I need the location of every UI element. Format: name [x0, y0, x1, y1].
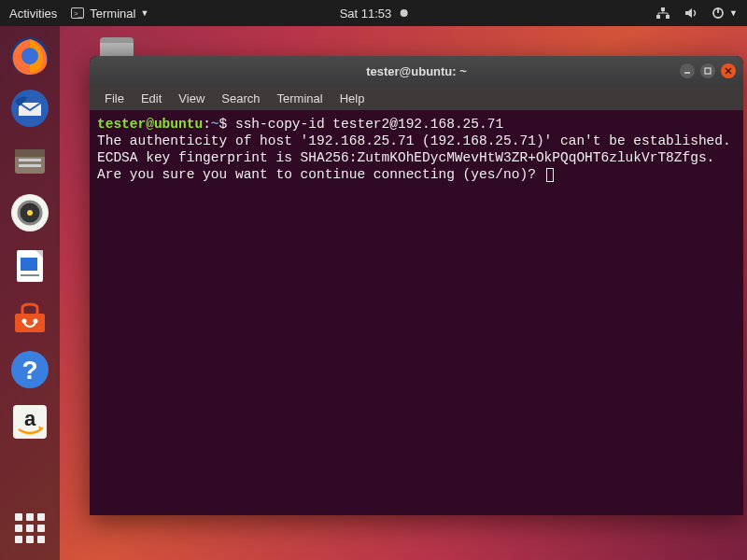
current-app-menu[interactable]: >_ Terminal ▼ — [70, 7, 148, 21]
terminal-content[interactable]: tester@ubuntu:~$ ssh-copy-id tester2@192… — [90, 110, 743, 515]
svg-rect-13 — [19, 159, 41, 161]
svg-text:a: a — [24, 407, 36, 430]
prompt-user-host: tester@ubuntu — [97, 117, 203, 132]
dock-files[interactable] — [7, 138, 52, 183]
dropdown-arrow-icon: ▼ — [140, 8, 148, 18]
svg-rect-5 — [666, 15, 669, 19]
command-text: ssh-copy-id tester2@192.168.25.71 — [235, 117, 503, 132]
launcher-dock: ? a — [0, 26, 60, 560]
svg-rect-20 — [21, 274, 39, 276]
minimize-button[interactable] — [680, 63, 695, 78]
terminal-menubar: File Edit View Search Terminal Help — [90, 86, 743, 110]
svg-point-17 — [27, 210, 33, 216]
menu-edit[interactable]: Edit — [134, 89, 169, 108]
dock-thunderbird[interactable] — [7, 86, 52, 131]
window-titlebar[interactable]: tester@ubuntu: ~ — [90, 56, 743, 86]
output-line: The authenticity of host '192.168.25.71 … — [97, 133, 731, 148]
prompt-path: ~ — [211, 117, 219, 132]
dock-help[interactable]: ? — [7, 347, 52, 392]
svg-rect-14 — [19, 164, 41, 167]
current-app-label: Terminal — [90, 7, 135, 21]
svg-rect-12 — [15, 149, 45, 157]
svg-rect-19 — [21, 258, 37, 271]
window-title: tester@ubuntu: ~ — [366, 64, 467, 78]
output-line: ECDSA key fingerprint is SHA256:ZutmKOhE… — [97, 150, 714, 165]
svg-rect-21 — [15, 314, 45, 332]
svg-text:>_: >_ — [74, 9, 83, 18]
dock-libreoffice-writer[interactable] — [7, 243, 52, 287]
prompt-symbol: $ — [219, 117, 228, 132]
svg-text:?: ? — [21, 356, 37, 385]
dock-ubuntu-software[interactable] — [7, 295, 52, 340]
dock-amazon[interactable]: a — [7, 399, 52, 444]
activities-button[interactable]: Activities — [9, 7, 57, 21]
recording-indicator-icon — [400, 9, 407, 17]
maximize-button[interactable] — [700, 63, 715, 78]
terminal-icon: >_ — [70, 7, 85, 20]
dock-rhythmbox[interactable] — [7, 190, 52, 235]
svg-rect-3 — [661, 7, 665, 11]
svg-rect-4 — [656, 15, 660, 19]
terminal-cursor — [546, 168, 554, 182]
menu-file[interactable]: File — [97, 89, 132, 108]
prompt-colon: : — [203, 117, 211, 132]
network-icon[interactable] — [655, 7, 670, 20]
svg-point-9 — [21, 48, 38, 64]
menu-help[interactable]: Help — [332, 89, 373, 108]
output-line: Are you sure you want to continue connec… — [97, 167, 544, 182]
top-panel: Activities >_ Terminal ▼ Sat 11:53 ▼ — [0, 0, 747, 26]
menu-view[interactable]: View — [171, 89, 212, 108]
menu-terminal[interactable]: Terminal — [270, 89, 331, 108]
close-button[interactable] — [721, 63, 736, 78]
clock[interactable]: Sat 11:53 — [340, 7, 408, 21]
svg-rect-29 — [705, 68, 711, 74]
terminal-window: tester@ubuntu: ~ File Edit View Search T… — [90, 56, 743, 515]
power-menu[interactable]: ▼ — [712, 7, 738, 20]
volume-icon[interactable] — [684, 7, 698, 20]
dock-firefox[interactable] — [7, 34, 52, 78]
dropdown-arrow-icon: ▼ — [729, 8, 738, 18]
show-applications-button[interactable] — [7, 506, 52, 551]
menu-search[interactable]: Search — [214, 89, 267, 108]
